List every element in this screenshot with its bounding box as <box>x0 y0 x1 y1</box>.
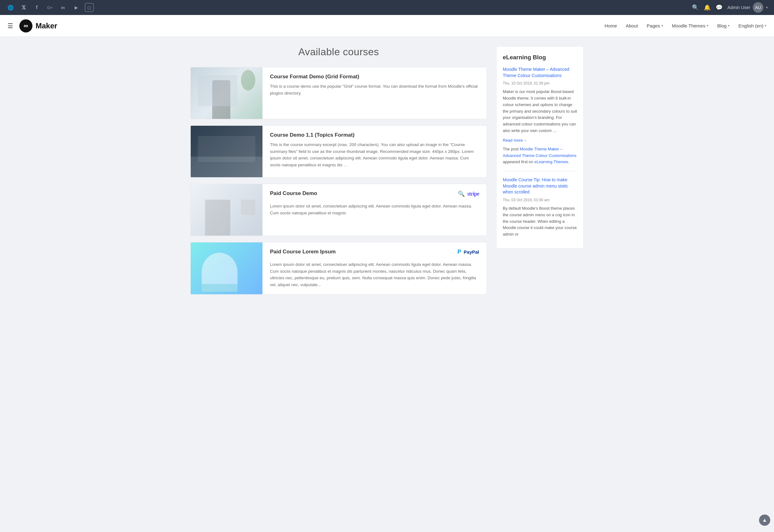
course-header: Paid Course Demo 🔍 stripe <box>270 190 479 200</box>
course-info: Course Demo 1.1 (Topics Format) This is … <box>262 126 487 177</box>
course-badge: 🔍 stripe <box>458 190 479 197</box>
top-bar-right: 🔍 🔔 💬 Admin User AU ▾ <box>692 2 768 13</box>
language-dropdown-icon: ▾ <box>765 24 767 28</box>
blog-post-link-2[interactable]: Moodle Course Tip: How to make Moodle co… <box>503 177 577 195</box>
hamburger-menu[interactable]: ☰ <box>7 22 13 30</box>
course-info: Course Format Demo (Grid Format) This is… <box>262 67 487 119</box>
blog-dropdown-icon: ▾ <box>728 24 730 28</box>
social-icons: 🌐 𝕏 f G+ in ▶ ◻ <box>6 3 94 12</box>
course-card: Paid Course Lorem Ipsum P PayPal Lorem i… <box>190 242 487 295</box>
pages-dropdown-icon: ▾ <box>661 24 663 28</box>
course-title[interactable]: Course Format Demo (Grid Format) <box>270 74 479 80</box>
facebook-icon[interactable]: f <box>32 3 41 12</box>
search-icon[interactable]: 🔍 <box>692 4 699 11</box>
user-menu[interactable]: Admin User AU ▾ <box>727 2 768 13</box>
chevron-down-icon: ▾ <box>766 5 768 10</box>
course-info: Paid Course Lorem Ipsum P PayPal Lorem i… <box>262 242 487 294</box>
course-thumbnail <box>191 242 262 294</box>
blog-divider <box>503 171 577 171</box>
course-description: This is the course summary excerpt (max.… <box>270 141 479 168</box>
brand-name: Maker <box>36 22 57 30</box>
avatar: AU <box>753 2 763 13</box>
blog-site-link[interactable]: eLearning Themes <box>534 159 568 164</box>
course-description: Lorem ipsum dolor sit amet, consectetuer… <box>270 203 479 216</box>
chat-icon[interactable]: 💬 <box>716 4 723 11</box>
course-card: Course Format Demo (Grid Format) This is… <box>190 67 487 119</box>
globe-icon[interactable]: 🌐 <box>6 3 15 12</box>
main-nav: ☰ ∞ Maker Home About Pages ▾ Moodle Them… <box>0 15 774 37</box>
nav-pages[interactable]: Pages ▾ <box>647 23 663 28</box>
blog-excerpt-2: By default Moodle's Boost theme places t… <box>503 205 577 238</box>
course-title[interactable]: Paid Course Demo <box>270 190 317 197</box>
brand-logo: ∞ <box>19 19 32 32</box>
top-bar: 🌐 𝕏 f G+ in ▶ ◻ 🔍 🔔 💬 Admin User AU ▾ <box>0 0 774 15</box>
bell-icon[interactable]: 🔔 <box>704 4 711 11</box>
sidebar-title: eLearning Blog <box>503 54 577 61</box>
user-name: Admin User <box>727 5 750 10</box>
nav-blog[interactable]: Blog ▾ <box>717 23 730 28</box>
nav-language[interactable]: English (en) ▾ <box>738 23 767 28</box>
course-header: Paid Course Lorem Ipsum P PayPal <box>270 249 479 258</box>
blog-post-footer-1: The post Moodle Theme Maker – Advanced T… <box>503 146 577 165</box>
course-badge: P PayPal <box>458 249 479 255</box>
instagram-icon[interactable]: ◻ <box>85 3 94 12</box>
blog-date-1: Thu, 10 Oct 2019, 01:39 pm <box>503 81 577 85</box>
brand-logo-link[interactable]: ∞ Maker <box>19 19 57 32</box>
nav-moodle-themes[interactable]: Moodle Themes ▾ <box>672 23 708 28</box>
googleplus-icon[interactable]: G+ <box>46 3 54 12</box>
course-thumbnail <box>191 67 262 119</box>
nav-home[interactable]: Home <box>605 23 617 28</box>
course-card: Course Demo 1.1 (Topics Format) This is … <box>190 125 487 178</box>
moodle-themes-dropdown-icon: ▾ <box>707 24 708 28</box>
blog-excerpt-1: Maker is our most popular Boost-based Mo… <box>503 89 577 134</box>
brand-symbol: ∞ <box>24 22 28 29</box>
paypal-logo: PayPal <box>464 249 479 255</box>
stripe-logo: stripe <box>467 191 479 197</box>
page-title: Available courses <box>190 46 487 58</box>
course-title[interactable]: Course Demo 1.1 (Topics Format) <box>270 132 479 138</box>
course-description: This is a course demo use the popular "G… <box>270 83 479 96</box>
nav-about[interactable]: About <box>626 23 638 28</box>
paypal-p-icon: P <box>458 249 461 255</box>
nav-links: Home About Pages ▾ Moodle Themes ▾ Blog … <box>605 23 767 28</box>
blog-date-2: Thu, 03 Oct 2019, 01:00 am <box>503 198 577 202</box>
course-title[interactable]: Paid Course Lorem Ipsum <box>270 249 336 255</box>
course-thumbnail <box>191 184 262 236</box>
course-card: Paid Course Demo 🔍 stripe Lorem ipsum do… <box>190 184 487 236</box>
sidebar: eLearning Blog Moodle Theme Maker – Adva… <box>496 46 584 301</box>
enroll-search-icon: 🔍 <box>458 190 465 197</box>
content-wrapper: Available courses Course Format Demo (Gr… <box>184 37 590 310</box>
twitter-icon[interactable]: 𝕏 <box>19 3 28 12</box>
blog-post-link-1[interactable]: Moodle Theme Maker – Advanced Theme Colo… <box>503 66 577 79</box>
read-more-link-1[interactable]: Read more→ <box>503 138 527 143</box>
courses-main: Available courses Course Format Demo (Gr… <box>190 46 487 301</box>
course-thumbnail <box>191 126 262 177</box>
sidebar-widget: eLearning Blog Moodle Theme Maker – Adva… <box>496 46 584 249</box>
course-description: Lorem ipsum dolor sit amet, consectetuer… <box>270 261 479 288</box>
linkedin-icon[interactable]: in <box>59 3 67 12</box>
youtube-icon[interactable]: ▶ <box>72 3 81 12</box>
course-info: Paid Course Demo 🔍 stripe Lorem ipsum do… <box>262 184 487 236</box>
